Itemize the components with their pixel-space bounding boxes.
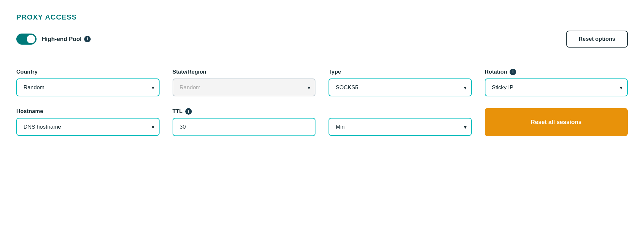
hostname-select-wrapper: DNS hostname IP address ▾ [16,118,160,136]
fields-row-2: Hostname DNS hostname IP address ▾ TTL i… [16,108,628,136]
rotation-label-text: Rotation [485,69,507,75]
toggle-group: High-end Pool i [16,34,91,45]
top-row: High-end Pool i Reset options [16,31,628,48]
type-field-group: Type SOCKS5 HTTP HTTPS ▾ [329,69,472,96]
country-select[interactable]: Random United States United Kingdom Germ… [16,78,160,96]
section-divider [16,57,628,57]
ttl-unit-field-group: Min Sec Hour ▾ [329,108,472,136]
rotation-select-wrapper: Sticky IP Rotating ▾ [485,78,628,96]
ttl-info-icon[interactable]: i [185,108,192,115]
state-region-field-group: State/Region Random ▾ [173,69,316,96]
ttl-unit-select[interactable]: Min Sec Hour [329,118,472,136]
hostname-label: Hostname [16,108,160,115]
toggle-label: High-end Pool i [42,36,91,43]
type-label: Type [329,69,472,75]
state-region-select-wrapper: Random ▾ [173,78,316,96]
ttl-unit-select-wrapper: Min Sec Hour ▾ [329,118,472,136]
type-select-wrapper: SOCKS5 HTTP HTTPS ▾ [329,78,472,96]
country-select-wrapper: Random United States United Kingdom Germ… [16,78,160,96]
rotation-select[interactable]: Sticky IP Rotating [485,78,628,96]
ttl-label: TTL i [173,108,316,115]
ttl-unit-label [329,108,472,115]
country-field-group: Country Random United States United King… [16,69,160,96]
rotation-field-group: Rotation i Sticky IP Rotating ▾ [485,69,628,96]
state-region-select[interactable]: Random [173,78,316,96]
page-title: PROXY ACCESS [16,13,628,21]
hostname-field-group: Hostname DNS hostname IP address ▾ [16,108,160,136]
fields-row-1: Country Random United States United King… [16,69,628,96]
ttl-input[interactable] [173,118,316,136]
state-region-label: State/Region [173,69,316,75]
reset-all-sessions-cell: Reset all sessions [485,108,628,136]
high-end-pool-info-icon[interactable]: i [84,36,91,42]
high-end-pool-toggle[interactable] [16,34,37,45]
reset-all-sessions-button[interactable]: Reset all sessions [485,108,628,136]
hostname-select[interactable]: DNS hostname IP address [16,118,160,136]
rotation-info-icon[interactable]: i [510,69,516,75]
rotation-label: Rotation i [485,69,628,75]
reset-options-button[interactable]: Reset options [566,31,628,48]
country-label: Country [16,69,160,75]
toggle-label-text: High-end Pool [42,36,82,43]
type-select[interactable]: SOCKS5 HTTP HTTPS [329,78,472,96]
ttl-field-group: TTL i [173,108,316,136]
ttl-label-text: TTL [173,108,183,115]
